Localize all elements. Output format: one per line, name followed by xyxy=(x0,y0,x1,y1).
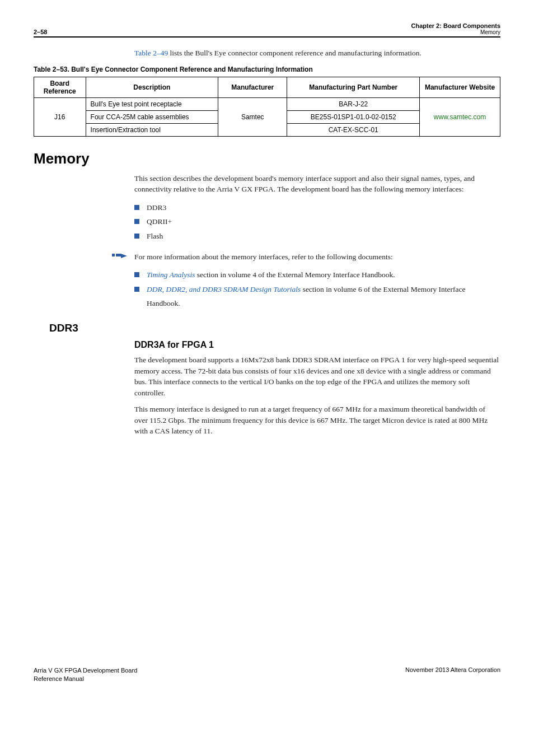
running-header: 2–58 Chapter 2: Board Components Memory xyxy=(34,22,500,35)
intro-rest: lists the Bull's Eye connector component… xyxy=(168,49,421,57)
svg-rect-1 xyxy=(116,254,121,256)
heading-memory: Memory xyxy=(34,150,500,167)
footer-doc-sub: Reference Manual xyxy=(34,675,137,683)
doc-rest: section in volume 4 of the External Memo… xyxy=(195,270,395,279)
cell-part: CAT-EX-SCC-01 xyxy=(287,123,420,136)
th-part-number: Manufacturing Part Number xyxy=(287,77,420,97)
intro-paragraph: Table 2–49 lists the Bull's Eye connecto… xyxy=(134,48,500,59)
chapter-subtitle: Memory xyxy=(411,29,500,35)
table-row: J16 Bull's Eye test point receptacle Sam… xyxy=(34,97,500,110)
th-description: Description xyxy=(86,77,218,97)
page-number: 2–58 xyxy=(34,29,47,35)
component-table: Board Reference Description Manufacturer… xyxy=(34,77,500,137)
doc-link[interactable]: DDR, DDR2, and DDR3 SDRAM Design Tutoria… xyxy=(147,285,301,293)
table-caption: Table 2–53. Bull's Eye Connector Compone… xyxy=(34,66,500,73)
info-icon xyxy=(112,251,128,262)
list-item: Timing Analysis section in volume 4 of t… xyxy=(134,268,500,282)
doc-link[interactable]: Timing Analysis xyxy=(147,270,195,279)
footer-doc-title: Arria V GX FPGA Development Board xyxy=(34,666,137,675)
list-item: DDR, DDR2, and DDR3 SDRAM Design Tutoria… xyxy=(134,282,500,311)
ddr3-paragraph-2: This memory interface is designed to run… xyxy=(134,404,500,437)
note-text: For more information about the memory in… xyxy=(134,251,393,263)
list-item: QDRII+ xyxy=(134,214,500,229)
header-rule xyxy=(34,36,500,38)
table-header-row: Board Reference Description Manufacturer… xyxy=(34,77,500,97)
svg-rect-0 xyxy=(112,254,115,256)
doc-reference-list: Timing Analysis section in volume 4 of t… xyxy=(134,268,500,311)
running-footer: Arria V GX FPGA Development Board Refere… xyxy=(0,666,534,700)
memory-interface-list: DDR3 QDRII+ Flash xyxy=(134,200,500,244)
footer-date: November 2013 Altera Corporation xyxy=(405,666,500,683)
memory-paragraph: This section describes the development b… xyxy=(134,173,500,195)
cell-part: BE25S-01SP1-01.0-02-0152 xyxy=(287,110,420,123)
ddr3-paragraph-1: The development board supports a 16Mx72x… xyxy=(134,354,500,398)
website-link[interactable]: www.samtec.com xyxy=(434,113,486,121)
cell-manufacturer: Samtec xyxy=(218,97,287,136)
table-xref[interactable]: Table 2–49 xyxy=(134,49,168,57)
cell-board-ref: J16 xyxy=(34,97,86,136)
list-item: DDR3 xyxy=(134,200,500,215)
cell-desc: Bull's Eye test point receptacle xyxy=(86,97,218,110)
cell-desc: Insertion/Extraction tool xyxy=(86,123,218,136)
th-board-ref: Board Reference xyxy=(34,77,86,97)
info-note: For more information about the memory in… xyxy=(112,251,500,263)
cell-part: BAR-J-22 xyxy=(287,97,420,110)
heading-ddr3a: DDR3A for FPGA 1 xyxy=(134,340,500,350)
th-website: Manufacturer Website xyxy=(419,77,500,97)
cell-website: www.samtec.com xyxy=(419,97,500,136)
cell-desc: Four CCA-25M cable assemblies xyxy=(86,110,218,123)
list-item: Flash xyxy=(134,229,500,244)
th-manufacturer: Manufacturer xyxy=(218,77,287,97)
heading-ddr3: DDR3 xyxy=(49,322,500,334)
chapter-title: Chapter 2: Board Components xyxy=(411,22,500,29)
